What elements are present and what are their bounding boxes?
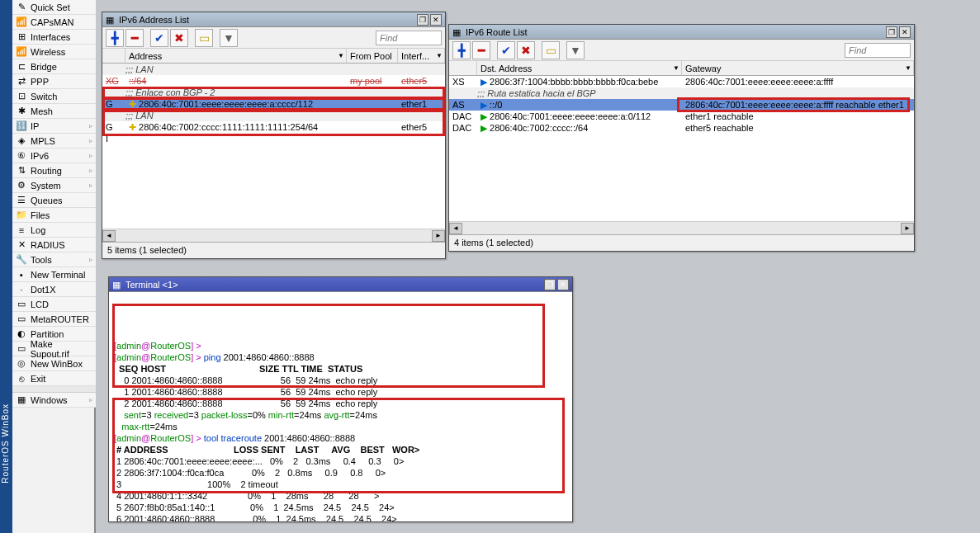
menu-label: New Terminal — [31, 270, 85, 280]
terminal-line: max-rtt=24ms — [114, 421, 567, 432]
table-comment-row[interactable]: ;;; Enlace con BGP - 2 — [102, 87, 445, 98]
menu-item-dot1x[interactable]: ·Dot1X — [12, 282, 96, 297]
scroll-left[interactable]: ◄ — [102, 230, 116, 242]
find-input[interactable] — [845, 43, 911, 58]
table-header: Dst. Address▼ Gateway▼ — [449, 61, 914, 76]
menu-item-capsman[interactable]: 📶CAPsMAN — [12, 15, 96, 30]
terminal-line: [admin@RouterOS] > ping 2001:4860:4860::… — [114, 351, 567, 363]
menu-item-files[interactable]: 📁Files — [12, 208, 96, 223]
menu-item-exit[interactable]: ⎋Exit — [12, 371, 96, 386]
menu-item-new-winbox[interactable]: ◎New WinBox — [12, 356, 96, 371]
menu-item-new-terminal[interactable]: ▪New Terminal — [12, 267, 96, 282]
scroll-right[interactable]: ► — [901, 223, 914, 234]
titlebar[interactable]: ▦ IPv6 Route List ❐ ✕ — [449, 25, 914, 40]
menu-item-mpls[interactable]: ◈MPLS▹ — [12, 134, 96, 149]
remove-button[interactable]: ━ — [472, 41, 490, 59]
menu: ✎Quick Set📶CAPsMAN⊞Interfaces📶Wireless⊏B… — [12, 0, 96, 408]
restore-button[interactable]: ❐ — [886, 26, 897, 38]
menu-item-mesh[interactable]: ✱Mesh — [12, 104, 96, 119]
table-row[interactable]: DAC▶ 2806:40c:7001:eeee:eeee:eeee:a:0/11… — [449, 111, 914, 122]
enable-button[interactable]: ✔ — [150, 29, 168, 47]
menu-item-ip[interactable]: 🔢IP▹ — [12, 119, 96, 134]
col-gateway[interactable]: Gateway▼ — [682, 61, 914, 75]
add-button[interactable]: ╋ — [106, 29, 124, 47]
menu-label: Mesh — [31, 106, 53, 116]
menu-item-routing[interactable]: ⇅Routing▹ — [12, 163, 96, 178]
menu-item-metarouter[interactable]: ▭MetaROUTER — [12, 312, 96, 327]
menu-icon: · — [16, 284, 27, 295]
scroll-right[interactable]: ► — [432, 230, 445, 242]
scroll-left[interactable]: ◄ — [449, 223, 462, 234]
table-row[interactable]: DAC▶ 2806:40c:7002:cccc::/64ether5 reach… — [449, 122, 914, 134]
menu-label: Partition — [31, 329, 64, 339]
menu-item-switch[interactable]: ⊡Switch — [12, 89, 96, 104]
comment-button[interactable]: ▭ — [542, 41, 560, 59]
window-icon: ▦ — [106, 15, 116, 25]
terminal-body[interactable]: [admin@RouterOS] > [admin@RouterOS] > pi… — [109, 292, 572, 521]
enable-button[interactable]: ✔ — [497, 41, 515, 59]
menu-item-tools[interactable]: 🔧Tools▹ — [12, 252, 96, 267]
col-interface[interactable]: Interf...▼ — [398, 49, 445, 63]
menu-item-radius[interactable]: ✕RADIUS — [12, 238, 96, 252]
menu-item-log[interactable]: ≡Log — [12, 223, 96, 238]
close-button[interactable]: ✕ — [557, 279, 569, 290]
table-row[interactable]: XG ::/64my poolether5 — [102, 75, 445, 87]
col-dst-address[interactable]: Dst. Address▼ — [477, 61, 682, 75]
table-body[interactable]: ;;; LANXG ::/64my poolether5;;; Enlace c… — [102, 64, 445, 229]
table-comment-row[interactable]: ;;; LAN — [102, 110, 445, 121]
restore-button[interactable]: ❐ — [544, 279, 556, 290]
remove-button[interactable]: ━ — [125, 29, 144, 47]
titlebar[interactable]: ▦ IPv6 Address List ❐ ✕ — [102, 12, 445, 27]
flag-cell: DAC — [449, 123, 477, 133]
table-body[interactable]: XS▶ 2806:3f7:1004:bbbb:bbbb:bbbb:f0ca:be… — [449, 76, 914, 221]
table-comment-row[interactable]: ;;; LAN — [102, 64, 445, 75]
col-flag[interactable] — [102, 49, 125, 63]
flag-cell: DAC — [449, 111, 477, 121]
menu-label: MetaROUTER — [31, 314, 89, 324]
table-row[interactable]: I — [102, 133, 445, 144]
col-from-pool[interactable]: From Pool — [347, 49, 398, 63]
table-row[interactable]: XS▶ 2806:3f7:1004:bbbb:bbbb:bbbb:f0ca:be… — [449, 76, 914, 87]
menu-item-make-supout.rif[interactable]: ▭Make Supout.rif — [12, 342, 96, 356]
disable-button[interactable]: ✖ — [170, 29, 188, 47]
dst-cell: ▶ 2806:3f7:1004:bbbb:bbbb:bbbb:f0ca:bebe — [477, 77, 682, 87]
table-row[interactable]: G✚ 2806:40c:7002:cccc:1111:1111:1111:254… — [102, 121, 445, 133]
find-input[interactable] — [376, 31, 442, 45]
menu-item-ppp[interactable]: ⇄PPP — [12, 74, 96, 89]
scrollbar-h[interactable]: ◄ ► — [449, 221, 914, 234]
comment-button[interactable]: ▭ — [195, 29, 213, 47]
col-flag[interactable] — [449, 61, 477, 75]
col-address[interactable]: Address▼ — [125, 49, 347, 63]
table-comment-row[interactable]: ;;; Ruta estatica hacia el BGP — [449, 87, 914, 99]
submenu-arrow-icon: ▹ — [89, 137, 92, 144]
menu-item-system[interactable]: ⚙System▹ — [12, 178, 96, 193]
gateway-cell: 2806:40c:7001:eeee:eeee:eeee:a:ffff — [682, 77, 914, 87]
menu-item-wireless[interactable]: 📶Wireless — [12, 45, 96, 59]
add-button[interactable]: ╋ — [452, 41, 471, 59]
menu-item-windows[interactable]: ▦Windows▹ — [12, 393, 96, 408]
titlebar[interactable]: ▦ Terminal <1> ❐ ✕ — [109, 277, 572, 292]
terminal-line: # ADDRESS LOSS SENT LAST AVG BEST WOR> — [114, 444, 567, 455]
gateway-cell: ether1 reachable — [682, 111, 914, 121]
menu-icon: ⚙ — [16, 180, 27, 191]
menu-item-bridge[interactable]: ⊏Bridge — [12, 59, 96, 74]
menu-item-lcd[interactable]: ▭LCD — [12, 297, 96, 312]
menu-label: LCD — [31, 300, 49, 309]
menu-icon: ≡ — [16, 224, 27, 236]
restore-button[interactable]: ❐ — [417, 14, 428, 26]
table-row[interactable]: G✚ 2806:40c:7001:eeee:eeee:eeee:a:cccc/1… — [102, 98, 445, 110]
close-button[interactable]: ✕ — [899, 26, 911, 38]
menu-icon: ▭ — [16, 343, 27, 355]
menu-item-quick-set[interactable]: ✎Quick Set — [12, 0, 96, 15]
disable-button[interactable]: ✖ — [517, 41, 535, 59]
menu-item-ipv6[interactable]: ⑥IPv6▹ — [12, 149, 96, 163]
terminal-line: 4 2001:4860:1:1::3342 0% 1 28ms 28 28 > — [114, 490, 567, 502]
terminal-line: 2 2806:3f7:1004::f0ca:f0ca 0% 2 0.8ms 0.… — [114, 467, 567, 479]
scrollbar-h[interactable]: ◄ ► — [102, 229, 445, 242]
menu-item-interfaces[interactable]: ⊞Interfaces — [12, 30, 96, 45]
filter-button[interactable]: ▼ — [566, 41, 585, 59]
menu-item-queues[interactable]: ☰Queues — [12, 193, 96, 208]
close-button[interactable]: ✕ — [430, 14, 442, 26]
filter-button[interactable]: ▼ — [220, 29, 238, 47]
table-row[interactable]: AS▶ ::/02806:40c:7001:eeee:eeee:eeee:a:f… — [449, 99, 914, 111]
